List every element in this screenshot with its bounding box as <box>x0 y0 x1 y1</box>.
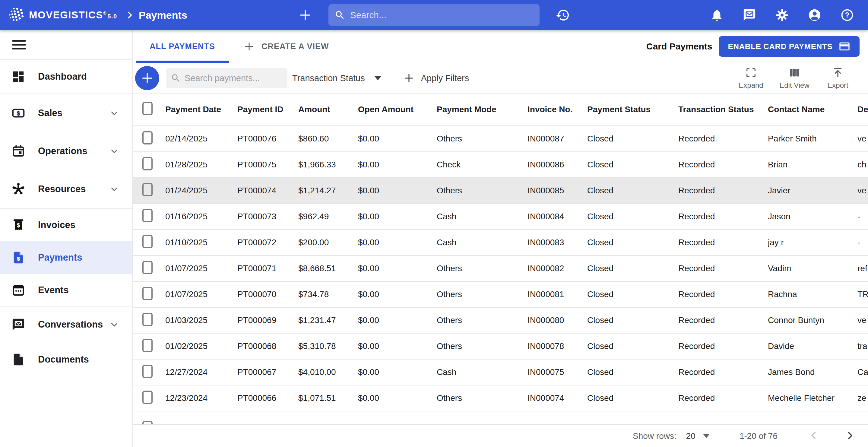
table-cell: PT000068 <box>237 341 298 351</box>
hamburger-menu-icon[interactable] <box>12 38 26 52</box>
table-row[interactable]: 01/28/2025PT000075$1,966.33$0.00CheckIN0… <box>133 152 868 178</box>
messages-chat-icon[interactable] <box>743 8 756 22</box>
table-row[interactable]: 01/16/2025PT000073$962.49$0.00CashIN0000… <box>133 204 868 230</box>
row-checkbox[interactable] <box>142 235 153 248</box>
table-cell: Recorded <box>678 367 768 377</box>
row-checkbox[interactable] <box>142 391 153 404</box>
column-header[interactable]: Amount <box>298 105 358 114</box>
row-checkbox[interactable] <box>142 131 153 145</box>
sidebar-item-operations[interactable]: Operations <box>0 132 132 170</box>
account-person-icon[interactable] <box>808 8 822 22</box>
table-row[interactable]: 02/14/2025PT000076$860.60$0.00OthersIN00… <box>133 126 868 152</box>
row-checkbox[interactable] <box>142 183 153 196</box>
sidebar-item-resources[interactable]: Resources <box>0 170 132 208</box>
create-a-view-button[interactable]: CREATE A VIEW <box>243 41 329 52</box>
row-checkbox[interactable] <box>142 287 153 300</box>
row-checkbox[interactable] <box>142 157 153 171</box>
row-checkbox[interactable] <box>142 209 153 222</box>
chevron-down-icon <box>109 320 119 330</box>
row-checkbox[interactable] <box>142 339 153 352</box>
column-header[interactable]: Payment Status <box>587 105 678 114</box>
sidebar-nav: Dashboard $ Sales Operations <box>0 30 133 447</box>
settings-gear-icon[interactable] <box>775 8 789 22</box>
table-cell: Closed <box>587 160 678 170</box>
column-header[interactable]: Invoice No. <box>527 105 587 114</box>
table-row[interactable]: 01/10/2025PT000072$200.00$0.00CashIN0000… <box>133 230 868 256</box>
row-checkbox[interactable] <box>142 365 153 378</box>
apply-filters-button[interactable]: Apply Filters <box>403 72 469 84</box>
table-cell: IN000082 <box>527 264 587 273</box>
next-page-button[interactable] <box>844 429 856 443</box>
column-header[interactable]: Payment Mode <box>437 105 527 114</box>
sidebar-item-events[interactable]: Events <box>0 274 132 306</box>
table-cell: Closed <box>587 393 678 403</box>
column-header[interactable]: Transaction Status <box>678 105 768 114</box>
edit-view-button[interactable]: Edit View <box>779 67 809 90</box>
row-checkbox[interactable] <box>142 261 153 274</box>
conversations-chat-icon <box>11 318 25 331</box>
expand-button[interactable]: Expand <box>736 67 766 90</box>
table-cell: Others <box>437 316 527 325</box>
select-all-checkbox[interactable] <box>142 102 153 115</box>
table-row[interactable]: 01/02/2025PT000068$5,310.78$0.00OthersIN… <box>133 334 868 360</box>
brand-logo[interactable]: MOVEGISTICS®5.0 <box>0 5 123 25</box>
sidebar-item-sales[interactable]: $ Sales <box>0 94 132 132</box>
column-header[interactable]: De <box>858 105 868 114</box>
row-checkbox[interactable] <box>142 313 153 326</box>
page-title: Payments <box>139 9 187 21</box>
table-row[interactable]: 01/07/2025PT000071$8,668.51$0.00OthersIN… <box>133 256 868 282</box>
table-cell: IN000074 <box>527 393 587 403</box>
help-icon[interactable]: ? <box>840 8 854 22</box>
global-search-input[interactable]: Search... <box>329 4 539 26</box>
sidebar-item-dashboard[interactable]: Dashboard <box>0 60 132 93</box>
table-cell: $0.00 <box>358 134 437 144</box>
notifications-bell-icon[interactable] <box>710 8 724 22</box>
table-cell: 01/03/2025 <box>165 316 237 325</box>
table-cell: $0.00 <box>358 393 437 403</box>
rows-per-page-dropdown[interactable]: 20 <box>686 431 709 441</box>
active-tab-indicator <box>136 61 229 63</box>
table-cell: PT000066 <box>237 393 298 403</box>
view-tabs: ALL PAYMENTS CREATE A VIEW Card Payments… <box>133 30 868 63</box>
enable-card-payments-button[interactable]: ENABLE CARD PAYMENTS <box>719 36 860 57</box>
sidebar-item-invoices[interactable]: $ Invoices <box>0 209 132 241</box>
table-cell: Recorded <box>678 212 768 221</box>
table-cell: 01/10/2025 <box>165 238 237 247</box>
transaction-status-dropdown[interactable]: Transaction Status <box>292 73 381 83</box>
table-cell: Recorded <box>678 264 768 273</box>
pagination-bar: Show rows: 20 1-20 of 76 <box>133 424 868 447</box>
sidebar-item-conversations[interactable]: Conversations <box>0 307 132 342</box>
table-cell: Rachna <box>768 290 858 299</box>
previous-page-button[interactable] <box>808 429 820 443</box>
table-cell: - <box>858 238 868 247</box>
export-button[interactable]: Export <box>823 67 853 90</box>
table-cell: Ca <box>858 367 868 377</box>
add-payment-button[interactable] <box>135 66 159 90</box>
table-cell: IN000085 <box>527 186 587 196</box>
partial-table-row[interactable] <box>133 411 868 424</box>
history-icon[interactable] <box>556 8 570 22</box>
svg-text:$: $ <box>17 110 20 117</box>
table-row[interactable]: 01/07/2025PT000070$734.78$0.00OthersIN00… <box>133 282 868 308</box>
search-payments-input[interactable]: Search payments... <box>166 68 287 88</box>
tab-all-payments[interactable]: ALL PAYMENTS <box>136 30 229 63</box>
row-checkbox[interactable] <box>142 421 153 424</box>
breadcrumb-chevron-icon <box>125 10 134 20</box>
table-row[interactable]: 01/24/2025PT000074$1,214.27$0.00OthersIN… <box>133 178 868 204</box>
table-cell: Check <box>437 160 527 170</box>
documents-file-icon <box>11 353 25 366</box>
sidebar-item-payments[interactable]: $ Payments <box>0 241 132 274</box>
column-header[interactable]: Open Amount <box>358 105 437 114</box>
table-cell: Others <box>437 264 527 273</box>
app-top-bar: MOVEGISTICS®5.0 Payments Search... <box>0 0 868 30</box>
table-row[interactable]: 12/27/2024PT000067$4,010.00$0.00CashIN00… <box>133 360 868 385</box>
table-row[interactable]: 01/03/2025PT000069$1,231.47$0.00OthersIN… <box>133 308 868 334</box>
column-header[interactable]: Contact Name <box>768 105 858 114</box>
sidebar-item-documents[interactable]: Documents <box>0 342 132 377</box>
column-header[interactable]: Payment Date <box>165 105 237 114</box>
column-header[interactable]: Payment ID <box>237 105 298 114</box>
add-button[interactable] <box>297 7 314 24</box>
table-row[interactable]: 12/23/2024PT000066$1,071.51$0.00OthersIN… <box>133 385 868 411</box>
table-cell: Javier <box>768 186 858 196</box>
table-cell: ve <box>858 134 868 144</box>
